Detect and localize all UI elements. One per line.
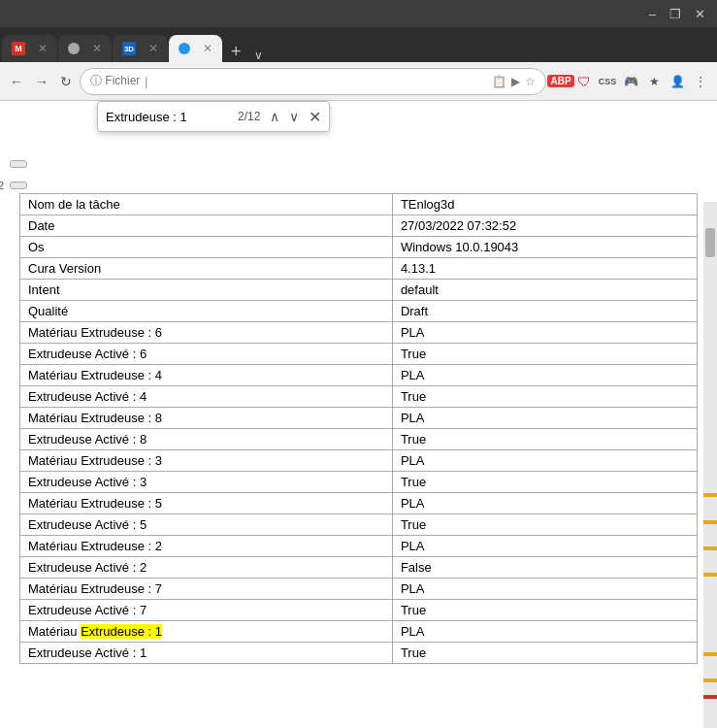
soucis-favicon: 3D [122, 42, 136, 55]
window-controls: – ❐ ✕ [645, 7, 709, 21]
extensions-icon[interactable]: ★ [643, 71, 665, 92]
table-cell-value: default [392, 280, 697, 301]
scrollbar[interactable] [703, 202, 717, 728]
custom-selection-row: 2 [0, 174, 717, 193]
table-cell-label: Cura Version [20, 258, 393, 280]
scrollbar-thumb[interactable] [705, 228, 715, 257]
table-cell-label: Extrudeuse Activé : 1 [20, 643, 393, 664]
table-row: Intentdefault [20, 280, 698, 301]
page-content: 2/12 ∧ ∨ ✕ 2 Nom de la tâcheTEnlog3dDate… [0, 101, 717, 728]
data-table: Nom de la tâcheTEnlog3dDate27/03/2022 07… [19, 193, 698, 664]
tab-overflow-chevron[interactable]: ∨ [250, 49, 267, 62]
table-row: Matériau Extrudeuse : 4PLA [20, 365, 698, 386]
scrollbar-marker [703, 678, 717, 682]
table-row: Extrudeuse Activé : 2False [20, 557, 698, 579]
table-cell-value: True [392, 429, 697, 450]
table-cell-value: PLA [392, 450, 697, 472]
table-cell-label: Extrudeuse Activé : 8 [20, 429, 393, 450]
table-cell-label: Extrudeuse Activé : 2 [20, 557, 393, 579]
table-cell-label: Extrudeuse Activé : 6 [20, 344, 393, 365]
forward-button[interactable]: → [31, 72, 52, 91]
css-badge: CSS [599, 77, 617, 86]
table-row: Matériau Extrudeuse : 6PLA [20, 322, 698, 344]
tab-bar: M ✕ ✕ 3D ✕ ✕ + ∨ [0, 27, 717, 62]
table-cell-value: False [392, 557, 697, 579]
custom-selection-button[interactable] [10, 182, 27, 189]
table-cell-label: Date [20, 215, 393, 237]
table-container: Nom de la tâcheTEnlog3dDate27/03/2022 07… [0, 193, 717, 664]
table-row: Matériau Extrudeuse : 2PLA [20, 536, 698, 557]
table-row: Matériau Extrudeuse : 8PLA [20, 408, 698, 429]
table-cell-value: PLA [392, 322, 697, 344]
scrollbar-marker [703, 573, 717, 577]
table-row: Extrudeuse Activé : 4True [20, 386, 698, 408]
tab-gmail[interactable]: M ✕ [2, 35, 57, 62]
table-cell-value: PLA [392, 493, 697, 514]
scrollbar-marker [703, 520, 717, 524]
back-button[interactable]: ← [6, 72, 27, 91]
table-cell-label: Os [20, 237, 393, 258]
scrollbar-track[interactable] [703, 202, 717, 728]
find-close-button[interactable]: ✕ [309, 108, 321, 126]
table-cell-value: True [392, 472, 697, 493]
table-cell-value: 27/03/2022 07:32:52 [392, 215, 697, 237]
abp-badge: ABP [547, 75, 573, 87]
find-previous-button[interactable]: ∧ [266, 107, 283, 126]
refresh-button[interactable]: ↻ [56, 72, 76, 91]
profile-icon[interactable]: 👤 [667, 71, 688, 92]
line-number-2: 2 [0, 180, 4, 191]
table-row: Extrudeuse Activé : 1True [20, 643, 698, 664]
table-row: Extrudeuse Activé : 7True [20, 600, 698, 621]
menu-icon[interactable]: ⋮ [690, 71, 711, 92]
table-cell-value: PLA [392, 621, 697, 643]
visible-params-button[interactable] [10, 160, 27, 168]
address-bar: ← → ↻ ⓘ Fichier | 📋 ▶ ☆ ABP 🛡 CSS 🎮 ★ 👤 … [0, 62, 717, 101]
table-cell-label: Matériau Extrudeuse : 4 [20, 365, 393, 386]
table-row: Cura Version4.13.1 [20, 258, 698, 280]
table-cell-label: Matériau Extrudeuse : 2 [20, 536, 393, 557]
tab-gmail-close[interactable]: ✕ [38, 42, 48, 55]
close-button[interactable]: ✕ [691, 7, 709, 21]
table-cell-value: True [392, 643, 697, 664]
table-cell-value: 4.13.1 [392, 258, 697, 280]
tab-cura-close[interactable]: ✕ [203, 42, 212, 55]
tab-soucis-close[interactable]: ✕ [148, 42, 158, 55]
find-next-button[interactable]: ∨ [285, 107, 303, 126]
scrollbar-marker-red [703, 695, 717, 699]
table-cell-label: Matériau Extrudeuse : 8 [20, 408, 393, 429]
address-box[interactable]: ⓘ Fichier | 📋 ▶ ☆ [80, 68, 546, 95]
scrollbar-marker [703, 493, 717, 497]
search-highlight: Extrudeuse : 1 [81, 624, 162, 639]
browser-window: – ❐ ✕ M ✕ ✕ 3D ✕ ✕ + ∨ [0, 0, 717, 728]
tab-cura[interactable]: ✕ [169, 35, 222, 62]
maximize-button[interactable]: ❐ [666, 7, 685, 21]
shield-icon: 🛡 [577, 74, 591, 89]
table-cell-value: True [392, 386, 697, 408]
find-count: 2/12 [238, 110, 260, 123]
tab-nouvel-close[interactable]: ✕ [92, 42, 102, 55]
gamepad-icon[interactable]: 🎮 [620, 71, 641, 92]
abp-extension-icon[interactable]: ABP [550, 71, 571, 92]
find-navigation: ∧ ∨ [266, 107, 303, 126]
star-icon[interactable]: ☆ [525, 75, 536, 88]
site-info-icon[interactable]: ⓘ Fichier [90, 73, 140, 89]
table-cell-label: Nom de la tâche [20, 194, 393, 215]
shield-extension-icon[interactable]: 🛡 [573, 71, 595, 92]
new-tab-button[interactable]: + [223, 42, 249, 62]
table-cell-label: Matériau Extrudeuse : 7 [20, 579, 393, 600]
table-cell-label: Matériau Extrudeuse : 3 [20, 450, 393, 472]
tab-soucis[interactable]: 3D ✕ [113, 35, 168, 62]
table-row: Extrudeuse Activé : 3True [20, 472, 698, 493]
find-input[interactable] [106, 110, 232, 124]
cast-icon[interactable]: ▶ [511, 75, 520, 88]
bookmark-star[interactable]: 📋 [492, 75, 506, 88]
table-cell-label: Intent [20, 280, 393, 301]
table-row: OsWindows 10.0.19043 [20, 237, 698, 258]
title-bar: – ❐ ✕ [0, 0, 717, 27]
css-extension-icon[interactable]: CSS [597, 71, 618, 92]
table-row: QualitéDraft [20, 301, 698, 322]
tab-nouvel[interactable]: ✕ [58, 35, 112, 62]
minimize-button[interactable]: – [645, 7, 660, 21]
table-row: Nom de la tâcheTEnlog3d [20, 194, 698, 215]
table-row: Extrudeuse Activé : 5True [20, 514, 698, 536]
